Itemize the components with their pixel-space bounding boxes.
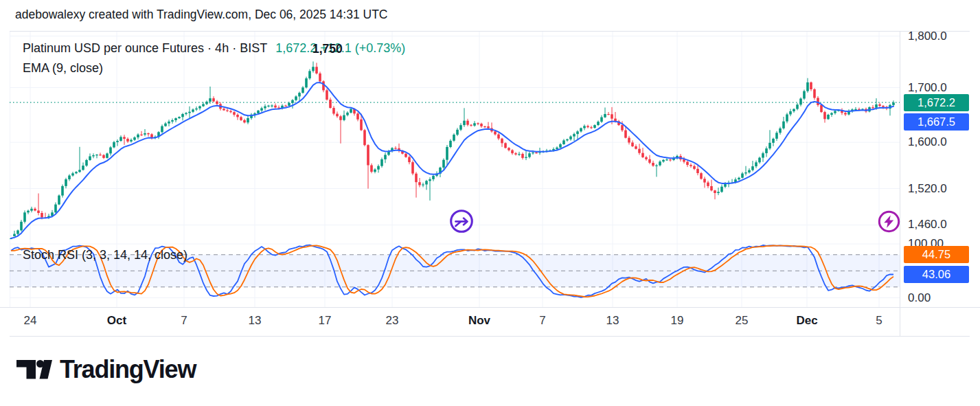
footer: TradingView — [16, 355, 196, 384]
widget-top-border — [10, 31, 970, 32]
lightning-circle-icon — [877, 210, 901, 234]
ema-value-badge: 1,667.5 — [904, 113, 969, 131]
arrow-event-icon[interactable] — [448, 208, 475, 237]
last-price-badge: 1,672.2 — [904, 94, 969, 111]
tradingview-snapshot: adebowalexy created with TradingView.com… — [0, 0, 980, 406]
time-tick-label: 24 — [24, 313, 37, 329]
symbol-title[interactable]: Platinum USD per ounce Futures · 4h · BI… — [23, 41, 267, 55]
price-axis-border — [900, 31, 900, 336]
time-tick-label: 23 — [386, 313, 399, 329]
tradingview-logo-text: TradingView — [60, 355, 196, 384]
time-tick-month: Nov — [468, 313, 490, 329]
time-tick-label: 5 — [876, 313, 882, 329]
price-tick-label: 1,800.0 — [908, 29, 947, 44]
stoch-tick-label: 0.00 — [908, 291, 931, 306]
arrow-right-circle-icon — [448, 208, 475, 234]
price-tick-label: 1,520.0 — [908, 181, 947, 196]
chart-canvas[interactable] — [0, 0, 980, 406]
time-tick-label: 13 — [249, 313, 262, 329]
time-tick-label: 17 — [319, 313, 332, 329]
lightning-event-icon[interactable] — [877, 210, 901, 236]
widget-bottom-border — [10, 336, 970, 337]
stoch-k-badge: 43.06 — [904, 266, 969, 283]
time-axis-border — [0, 307, 980, 308]
time-tick-label: 7 — [181, 313, 187, 329]
time-axis[interactable]: 24Oct7131723Nov7131925Dec5 — [0, 313, 980, 333]
attribution-text: adebowalexy created with TradingView.com… — [15, 8, 387, 22]
price-tick-label: 1,700.0 — [908, 80, 947, 95]
symbol-legend[interactable]: Platinum USD per ounce Futures · 4h · BI… — [23, 41, 405, 56]
time-tick-label: 13 — [606, 313, 619, 329]
time-tick-label: 7 — [539, 313, 545, 329]
tradingview-logo[interactable]: TradingView — [16, 355, 196, 384]
time-tick-label: 19 — [671, 313, 684, 329]
ema-legend[interactable]: EMA (9, close) — [23, 61, 103, 76]
time-tick-month: Dec — [796, 313, 817, 329]
high-price-label: 1,750 — [312, 42, 343, 56]
stoch-d-badge: 44.75 — [904, 246, 969, 263]
tradingview-logo-icon — [16, 360, 52, 379]
time-tick-month: Oct — [107, 313, 126, 329]
time-tick-label: 25 — [736, 313, 749, 329]
price-tick-label: 1,460.0 — [908, 217, 947, 232]
price-tick-label: 1,600.0 — [908, 135, 947, 150]
stoch-rsi-legend[interactable]: Stoch RSI (3, 3, 14, 14, close) — [23, 248, 187, 262]
